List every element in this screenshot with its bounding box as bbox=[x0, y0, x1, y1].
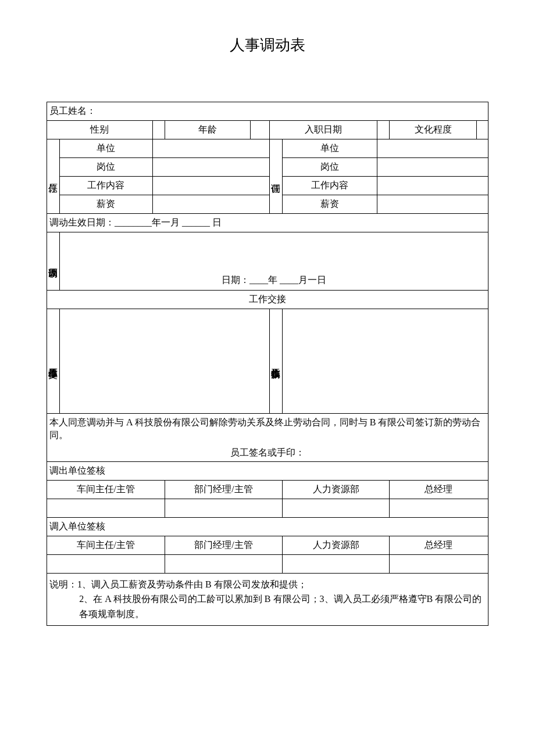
notes-prefix: 说明： bbox=[49, 579, 77, 589]
education-value[interactable] bbox=[477, 121, 488, 139]
hire-date-value[interactable] bbox=[377, 121, 390, 139]
in-approver4-label: 总经理 bbox=[389, 536, 488, 554]
out-approver2-sign[interactable] bbox=[165, 499, 283, 517]
transfer-form-table: 员工姓名： 性别 年龄 入职日期 文化程度 原任 单位 调任 单位 岗位 岗位 … bbox=[47, 102, 488, 626]
orig-position-label: 岗位 bbox=[60, 158, 153, 177]
education-label: 文化程度 bbox=[389, 121, 476, 139]
gender-value[interactable] bbox=[152, 121, 165, 139]
reason-cell[interactable]: 日期：____年 ____月一日 bbox=[60, 232, 488, 291]
new-unit-value[interactable] bbox=[377, 139, 488, 158]
orig-handover-value[interactable] bbox=[60, 309, 270, 414]
new-salary-label: 薪资 bbox=[283, 195, 377, 214]
new-handover-label: 新单位工作接收 bbox=[270, 309, 283, 414]
note-2: 2、在 A 科技股份有限公司的工龄可以累加到 B 有限公司；3、调入员工必须严格… bbox=[49, 592, 486, 621]
new-assignment-label: 调任 bbox=[270, 139, 283, 214]
in-approver1-label: 车间主任/主管 bbox=[47, 536, 165, 554]
signature-label[interactable]: 员工签名或手印： bbox=[49, 447, 486, 459]
in-approver2-sign[interactable] bbox=[165, 554, 283, 573]
out-approver1-label: 车间主任/主管 bbox=[47, 480, 165, 499]
orig-unit-label: 单位 bbox=[60, 139, 153, 158]
new-salary-value[interactable] bbox=[377, 195, 488, 214]
original-assignment-label: 原任 bbox=[47, 139, 60, 214]
out-approver3-label: 人力资源部 bbox=[283, 480, 390, 499]
in-approver4-sign[interactable] bbox=[389, 554, 488, 573]
age-label: 年龄 bbox=[165, 121, 251, 139]
notes-cell: 说明：1、调入员工薪资及劳动条件由 B 有限公司发放和提供； 2、在 A 科技股… bbox=[47, 573, 488, 625]
new-unit-label: 单位 bbox=[283, 139, 377, 158]
consent-cell: 本人同意调动并与 A 科技股份有限公司解除劳动关系及终止劳动合同，同时与 B 有… bbox=[47, 414, 488, 462]
in-approver1-sign[interactable] bbox=[47, 554, 165, 573]
new-position-label: 岗位 bbox=[283, 158, 377, 177]
handover-header: 工作交接 bbox=[47, 291, 488, 309]
new-work-label: 工作内容 bbox=[283, 177, 377, 195]
in-approval-header: 调入单位签核 bbox=[47, 517, 488, 536]
note-1: 1、调入员工薪资及劳动条件由 B 有限公司发放和提供； bbox=[77, 579, 307, 589]
gender-label: 性别 bbox=[47, 121, 153, 139]
orig-position-value[interactable] bbox=[152, 158, 269, 177]
out-approver4-label: 总经理 bbox=[389, 480, 488, 499]
orig-salary-label: 薪资 bbox=[60, 195, 153, 214]
in-approver3-label: 人力资源部 bbox=[283, 536, 390, 554]
orig-salary-value[interactable] bbox=[152, 195, 269, 214]
new-handover-value[interactable] bbox=[283, 309, 488, 414]
consent-text: 本人同意调动并与 A 科技股份有限公司解除劳动关系及终止劳动合同，同时与 B 有… bbox=[49, 416, 486, 442]
page-title: 人事调动表 bbox=[47, 35, 488, 55]
orig-unit-value[interactable] bbox=[152, 139, 269, 158]
hire-date-label: 入职日期 bbox=[270, 121, 377, 139]
reason-label: 调动原因 bbox=[47, 232, 60, 291]
out-approver3-sign[interactable] bbox=[283, 499, 390, 517]
orig-handover-label: 原单位工作移交 bbox=[47, 309, 60, 414]
out-approver2-label: 部门经理/主管 bbox=[165, 480, 283, 499]
out-approver1-sign[interactable] bbox=[47, 499, 165, 517]
reason-date: 日期：____年 ____月一日 bbox=[62, 274, 486, 286]
in-approver3-sign[interactable] bbox=[283, 554, 390, 573]
in-approver2-label: 部门经理/主管 bbox=[165, 536, 283, 554]
employee-name-label: 员工姓名： bbox=[47, 102, 488, 121]
age-value[interactable] bbox=[251, 121, 270, 139]
effective-date-row[interactable]: 调动生效日期：________年一月 ______ 日 bbox=[47, 214, 488, 232]
out-approver4-sign[interactable] bbox=[389, 499, 488, 517]
out-approval-header: 调出单位签核 bbox=[47, 461, 488, 480]
orig-work-value[interactable] bbox=[152, 177, 269, 195]
new-position-value[interactable] bbox=[377, 158, 488, 177]
orig-work-label: 工作内容 bbox=[60, 177, 153, 195]
new-work-value[interactable] bbox=[377, 177, 488, 195]
